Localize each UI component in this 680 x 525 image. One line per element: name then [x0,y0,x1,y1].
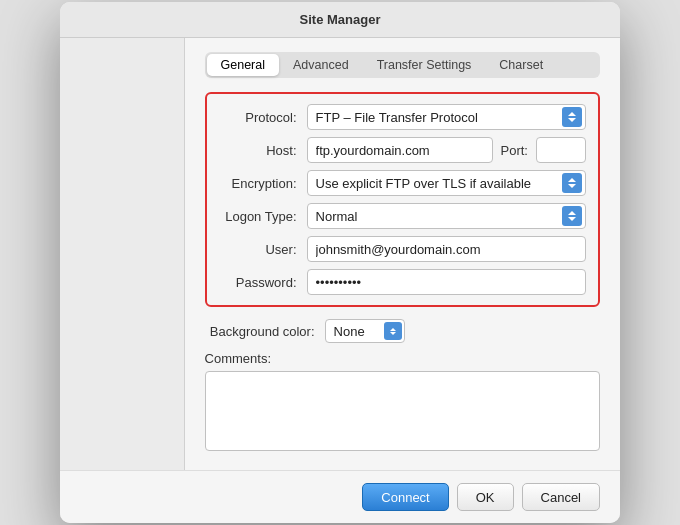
comments-section: Comments: [205,351,600,454]
dialog-body: General Advanced Transfer Settings Chars… [60,38,620,470]
logon-type-label: Logon Type: [219,209,307,224]
user-label: User: [219,242,307,257]
logon-type-row: Logon Type: Normal Anonymous Ask for pas… [219,203,586,229]
encryption-row: Encryption: Use explicit FTP over TLS if… [219,170,586,196]
protocol-select-wrap: FTP – File Transfer Protocol SFTP – SSH … [307,104,586,130]
main-content: General Advanced Transfer Settings Chars… [185,38,620,470]
encryption-label: Encryption: [219,176,307,191]
tab-bar: General Advanced Transfer Settings Chars… [205,52,600,78]
host-label: Host: [219,143,307,158]
port-label: Port: [501,143,528,158]
tab-transfer-settings[interactable]: Transfer Settings [363,54,486,76]
user-input[interactable] [307,236,586,262]
password-label: Password: [219,275,307,290]
encryption-select-wrap: Use explicit FTP over TLS if available R… [307,170,586,196]
window-title: Site Manager [300,12,381,27]
password-row: Password: [219,269,586,295]
protocol-row: Protocol: FTP – File Transfer Protocol S… [219,104,586,130]
credentials-section: Protocol: FTP – File Transfer Protocol S… [205,92,600,307]
port-input[interactable] [536,137,586,163]
password-input[interactable] [307,269,586,295]
logon-type-select[interactable]: Normal Anonymous Ask for password Intera… [307,203,586,229]
bg-color-select-wrap: None Red Green Blue Yellow [325,319,405,343]
protocol-label: Protocol: [219,110,307,125]
bg-color-label: Background color: [205,324,325,339]
tab-charset[interactable]: Charset [485,54,557,76]
ok-button[interactable]: OK [457,483,514,511]
host-input-group: Port: [307,137,586,163]
comments-input[interactable] [205,371,600,451]
site-manager-dialog: Site Manager General Advanced Transfer S… [60,2,620,523]
host-input[interactable] [307,137,493,163]
user-row: User: [219,236,586,262]
lower-section: Background color: None Red Green Blue Ye… [205,319,600,454]
encryption-select[interactable]: Use explicit FTP over TLS if available R… [307,170,586,196]
tab-advanced[interactable]: Advanced [279,54,363,76]
titlebar: Site Manager [60,2,620,38]
cancel-button[interactable]: Cancel [522,483,600,511]
bg-color-select[interactable]: None Red Green Blue Yellow [325,319,405,343]
bg-color-row: Background color: None Red Green Blue Ye… [205,319,600,343]
host-row: Host: Port: [219,137,586,163]
connect-button[interactable]: Connect [362,483,448,511]
tab-general[interactable]: General [207,54,279,76]
protocol-select[interactable]: FTP – File Transfer Protocol SFTP – SSH … [307,104,586,130]
logon-type-select-wrap: Normal Anonymous Ask for password Intera… [307,203,586,229]
comments-label: Comments: [205,351,600,366]
sidebar [60,38,185,470]
dialog-footer: Connect OK Cancel [60,470,620,523]
